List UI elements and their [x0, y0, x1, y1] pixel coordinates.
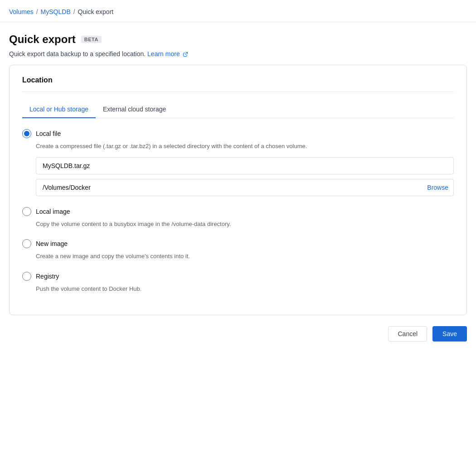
card-title: Location	[22, 76, 454, 92]
registry-text: Registry	[36, 273, 59, 280]
local-file-label[interactable]: Local file	[22, 129, 454, 138]
browse-button[interactable]: Browse	[427, 184, 448, 191]
location-card: Location Local or Hub storage External c…	[9, 65, 467, 315]
breadcrumb-sep-2: /	[73, 8, 75, 15]
cancel-button[interactable]: Cancel	[388, 326, 427, 342]
option-local-image: Local image Copy the volume content to a…	[22, 207, 454, 229]
new-image-description: Create a new image and copy the volume's…	[36, 252, 454, 261]
page-subtitle: Quick export data backup to a specified …	[9, 50, 467, 58]
option-registry: Registry Push the volume content to Dock…	[22, 272, 454, 294]
registry-description: Push the volume content to Docker Hub.	[36, 284, 454, 294]
tab-external-cloud[interactable]: External cloud storage	[96, 101, 173, 118]
page-header: Quick export BETA Quick export data back…	[0, 22, 476, 65]
filename-input[interactable]	[36, 157, 454, 174]
page-title: Quick export	[9, 33, 76, 46]
new-image-radio[interactable]	[22, 239, 31, 248]
local-file-radio[interactable]	[22, 129, 31, 138]
svg-line-0	[185, 53, 188, 55]
bottom-actions: Cancel Save	[0, 315, 476, 352]
beta-badge: BETA	[81, 36, 102, 43]
breadcrumb-sep-1: /	[36, 8, 38, 15]
new-image-text: New image	[36, 240, 68, 247]
learn-more-link[interactable]: Learn more	[147, 50, 188, 58]
registry-radio[interactable]	[22, 272, 31, 281]
option-new-image: New image Create a new image and copy th…	[22, 239, 454, 261]
directory-input-wrapper: Browse	[36, 179, 454, 196]
tabs: Local or Hub storage External cloud stor…	[22, 101, 454, 118]
save-button[interactable]: Save	[432, 326, 467, 342]
local-file-inputs: Browse	[36, 157, 454, 196]
local-file-description: Create a compressed file (.tar.gz or .ta…	[36, 142, 454, 151]
local-image-description: Copy the volume content to a busybox ima…	[36, 220, 454, 229]
tab-local-hub[interactable]: Local or Hub storage	[22, 101, 96, 118]
local-image-radio[interactable]	[22, 207, 31, 216]
directory-input[interactable]	[36, 179, 454, 196]
breadcrumb-volumes[interactable]: Volumes	[9, 8, 34, 15]
registry-label[interactable]: Registry	[22, 272, 454, 281]
breadcrumb: Volumes / MySQLDB / Quick export	[0, 0, 476, 22]
breadcrumb-mysqldb[interactable]: MySQLDB	[41, 8, 71, 15]
new-image-label[interactable]: New image	[22, 239, 454, 248]
local-file-text: Local file	[36, 130, 61, 137]
local-image-text: Local image	[36, 208, 70, 215]
external-link-icon	[183, 52, 188, 57]
breadcrumb-current: Quick export	[78, 8, 114, 15]
local-image-label[interactable]: Local image	[22, 207, 454, 216]
option-local-file: Local file Create a compressed file (.ta…	[22, 129, 454, 196]
